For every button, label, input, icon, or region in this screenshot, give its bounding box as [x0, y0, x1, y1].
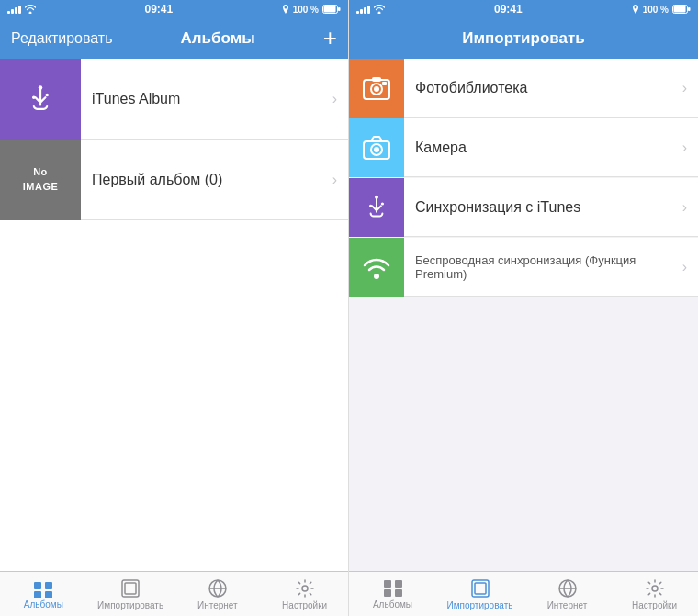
svg-rect-8	[34, 591, 41, 598]
svg-rect-6	[34, 582, 41, 589]
signal-icon-right	[356, 5, 370, 14]
settings-icon-right	[645, 578, 665, 599]
svg-point-36	[652, 586, 658, 591]
tab-import-right[interactable]: Импортировать	[436, 572, 524, 616]
add-button[interactable]: +	[323, 26, 337, 50]
tab-internet-left[interactable]: Интернет	[174, 572, 262, 616]
tab-import-label-left: Импортировать	[97, 600, 163, 610]
tab-albums-label-right: Альбомы	[373, 599, 412, 610]
wireless-icon-box	[349, 238, 404, 297]
left-panel: 09:41 100 % Редактировать Альбомы +	[0, 0, 349, 616]
import-icon-left	[120, 578, 141, 599]
battery-icon-right	[672, 5, 691, 14]
album-label-itunes: iTunes Album	[81, 91, 332, 107]
edit-button[interactable]: Редактировать	[11, 30, 113, 47]
wifi-icon-right	[374, 5, 385, 14]
chevron-icon-photo: ›	[682, 80, 687, 96]
navbar-left: Редактировать Альбомы +	[0, 18, 348, 59]
tab-albums-label-left: Альбомы	[24, 599, 63, 610]
battery-icon-left	[322, 5, 341, 14]
albums-list: iTunes Album › No IMAGE Первый альбом (0…	[0, 59, 348, 571]
status-left	[7, 5, 36, 14]
svg-point-26	[369, 204, 372, 207]
page-title-right: Импортировать	[462, 29, 585, 48]
status-bar-left: 09:41 100 %	[0, 0, 348, 18]
chevron-icon-itunes: ›	[682, 199, 687, 216]
albums-icon	[32, 579, 54, 598]
status-right-right: 100 %	[632, 5, 691, 15]
wifi-icon	[25, 5, 36, 14]
import-item-photo[interactable]: Фотобиблиотека ›	[349, 59, 698, 118]
chevron-icon-camera: ›	[682, 140, 687, 156]
albums-icon-right	[382, 579, 404, 598]
svg-point-27	[381, 202, 384, 205]
tab-settings-label-left: Настройки	[282, 600, 327, 610]
battery-pct-left: 100 %	[293, 5, 319, 15]
photo-icon-box	[349, 59, 404, 118]
tab-internet-label-left: Интернет	[197, 600, 238, 610]
location-icon	[282, 5, 289, 15]
import-label-wireless: Беспроводная синхронизация (Функция Prem…	[404, 253, 682, 281]
location-icon-right	[632, 5, 639, 15]
import-item-wireless[interactable]: Беспроводная синхронизация (Функция Prem…	[349, 238, 698, 297]
tab-import-left[interactable]: Импортировать	[87, 572, 174, 616]
album-thumb-itunes	[0, 59, 81, 140]
svg-point-25	[375, 195, 378, 198]
svg-rect-20	[372, 77, 381, 82]
chevron-icon-wireless: ›	[682, 259, 687, 275]
status-time-left: 09:41	[144, 3, 173, 16]
tab-bar-right: Альбомы Импортировать Интернет	[349, 571, 698, 616]
chevron-icon-first: ›	[332, 172, 337, 188]
tab-settings-right[interactable]: Настройки	[611, 572, 698, 616]
svg-rect-15	[674, 6, 686, 13]
import-item-camera[interactable]: Камера ›	[349, 118, 698, 177]
svg-point-13	[302, 586, 308, 591]
svg-rect-29	[384, 580, 391, 588]
svg-point-28	[374, 274, 379, 279]
svg-rect-16	[688, 7, 691, 11]
status-time-right: 09:41	[494, 3, 523, 16]
list-item[interactable]: No IMAGE Первый альбом (0) ›	[0, 140, 348, 220]
svg-point-5	[45, 93, 49, 96]
import-label-itunes: Синхронизация с iTunes	[404, 199, 682, 216]
album-label-first: Первый альбом (0)	[81, 172, 332, 188]
import-label-photo: Фотобиблиотека	[404, 80, 682, 96]
image-text: IMAGE	[23, 180, 59, 194]
import-label-camera: Камера	[404, 140, 682, 156]
chevron-icon-itunes: ›	[332, 91, 337, 107]
right-panel: 09:41 100 % Импортировать	[349, 0, 698, 616]
svg-point-4	[32, 95, 36, 99]
tab-bar-left: Альбомы Импортировать Интернет	[0, 571, 348, 616]
tab-albums-left[interactable]: Альбомы	[0, 572, 87, 616]
svg-rect-31	[384, 589, 391, 597]
status-left-right	[356, 5, 385, 14]
internet-icon-right	[557, 578, 578, 599]
internet-icon-left	[208, 578, 228, 599]
settings-icon-left	[295, 578, 315, 599]
svg-point-19	[374, 86, 379, 92]
svg-point-3	[39, 85, 43, 90]
svg-rect-34	[475, 583, 486, 594]
camera-icon-box	[349, 118, 404, 177]
svg-rect-30	[395, 580, 402, 588]
import-item-itunes[interactable]: Синхронизация с iTunes ›	[349, 178, 698, 237]
svg-rect-9	[45, 591, 52, 598]
svg-rect-21	[382, 82, 387, 85]
svg-rect-11	[125, 583, 136, 594]
svg-rect-2	[338, 7, 341, 11]
tab-settings-left[interactable]: Настройки	[261, 572, 348, 616]
battery-pct-right: 100 %	[643, 5, 669, 15]
tab-settings-label-right: Настройки	[632, 600, 677, 610]
signal-icon	[7, 5, 21, 14]
import-icon-right	[470, 578, 490, 599]
no-image-text: No	[33, 165, 48, 179]
svg-rect-32	[395, 589, 402, 597]
itunes-icon-box	[349, 178, 404, 237]
status-bar-right: 09:41 100 %	[349, 0, 698, 18]
tab-albums-right[interactable]: Альбомы	[349, 572, 436, 616]
tab-internet-right[interactable]: Интернет	[524, 572, 611, 616]
list-item[interactable]: iTunes Album ›	[0, 59, 348, 140]
album-thumb-first: No IMAGE	[0, 140, 81, 220]
svg-point-24	[374, 147, 379, 152]
tab-internet-label-right: Интернет	[547, 600, 588, 610]
